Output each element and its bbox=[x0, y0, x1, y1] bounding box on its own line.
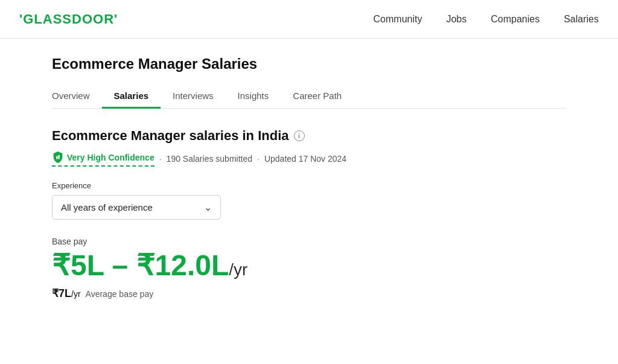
logo-text: 'GLASSDOOR' bbox=[19, 11, 118, 27]
avg-salary-unit: /yr bbox=[71, 289, 81, 299]
avg-base-pay-label: Average base pay bbox=[86, 289, 154, 299]
tab-overview[interactable]: Overview bbox=[52, 85, 102, 109]
nav-links: Community Jobs Companies Salaries bbox=[374, 14, 599, 25]
nav-item-companies[interactable]: Companies bbox=[491, 14, 540, 25]
nav-item-community[interactable]: Community bbox=[374, 14, 422, 25]
section-heading: Ecommerce Manager salaries in India i bbox=[52, 128, 566, 144]
nav-link-jobs[interactable]: Jobs bbox=[446, 14, 467, 24]
experience-value: All years of experience bbox=[61, 202, 153, 212]
confidence-badge: Very High Confidence bbox=[52, 151, 154, 167]
salary-range-unit: /yr bbox=[229, 260, 247, 279]
nav-item-jobs[interactable]: Jobs bbox=[446, 14, 467, 25]
experience-select[interactable]: All years of experience ⌄ bbox=[52, 195, 221, 220]
tabs-nav: Overview Salaries Interviews Insights Ca… bbox=[52, 85, 566, 109]
separator-2: · bbox=[257, 154, 260, 164]
header: 'GLASSDOOR' Community Jobs Companies Sal… bbox=[0, 0, 618, 39]
logo[interactable]: 'GLASSDOOR' bbox=[19, 11, 118, 27]
avg-salary-number: ₹7L bbox=[52, 287, 71, 299]
info-icon[interactable]: i bbox=[294, 130, 305, 141]
page-content: Ecommerce Manager Salaries Overview Sala… bbox=[37, 39, 581, 324]
confidence-label: Very High Confidence bbox=[67, 153, 154, 162]
tab-career-path[interactable]: Career Path bbox=[281, 85, 354, 109]
salary-section: Ecommerce Manager salaries in India i Ve… bbox=[52, 128, 566, 300]
updated-date: Updated 17 Nov 2024 bbox=[264, 154, 346, 164]
nav-link-companies[interactable]: Companies bbox=[491, 14, 540, 24]
chevron-down-icon: ⌄ bbox=[204, 202, 212, 213]
tab-interviews[interactable]: Interviews bbox=[161, 85, 226, 109]
svg-rect-1 bbox=[58, 155, 59, 159]
nav-link-community[interactable]: Community bbox=[374, 14, 422, 24]
shield-icon bbox=[52, 151, 64, 164]
svg-rect-0 bbox=[56, 156, 57, 159]
salary-range-value: ₹5L – ₹12.0L bbox=[52, 249, 229, 281]
main-nav: Community Jobs Companies Salaries bbox=[374, 14, 599, 25]
avg-salary-value: ₹7L/yr bbox=[52, 287, 81, 300]
section-heading-text: Ecommerce Manager salaries in India bbox=[52, 128, 289, 144]
salaries-submitted: 190 Salaries submitted bbox=[167, 154, 252, 164]
separator-1: · bbox=[159, 154, 162, 164]
nav-link-salaries[interactable]: Salaries bbox=[564, 14, 599, 24]
confidence-row: Very High Confidence · 190 Salaries subm… bbox=[52, 151, 566, 167]
tab-salaries[interactable]: Salaries bbox=[102, 85, 161, 109]
base-pay-label: Base pay bbox=[52, 237, 566, 246]
page-title: Ecommerce Manager Salaries bbox=[52, 56, 566, 72]
salary-range: ₹5L – ₹12.0L/yr bbox=[52, 250, 566, 282]
avg-base-pay-row: ₹7L/yr Average base pay bbox=[52, 287, 566, 300]
tab-insights[interactable]: Insights bbox=[226, 85, 281, 109]
experience-filter-label: Experience bbox=[52, 181, 566, 190]
nav-item-salaries[interactable]: Salaries bbox=[564, 14, 599, 25]
